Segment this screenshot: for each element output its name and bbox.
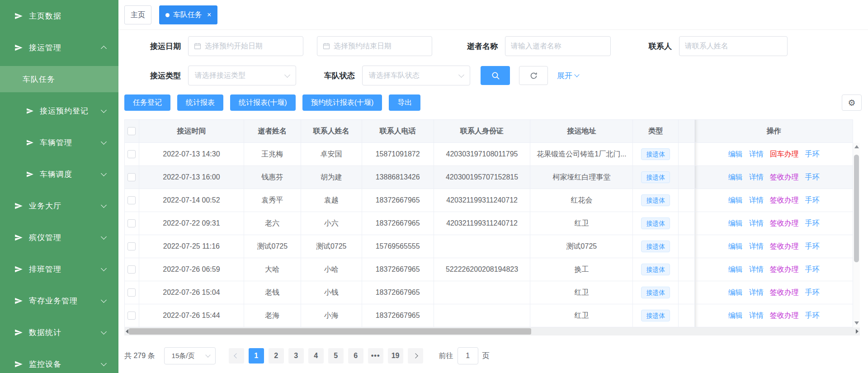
date-end-field[interactable] <box>334 42 426 50</box>
select-all-checkbox[interactable] <box>127 127 136 135</box>
row-checkbox[interactable] <box>127 288 136 297</box>
page-button-6[interactable]: 6 <box>348 348 363 364</box>
action-wristband-link[interactable]: 手环 <box>805 219 820 228</box>
sidebar-item-3[interactable]: 接运预约登记 <box>0 95 118 127</box>
action-edit-link[interactable]: 编辑 <box>728 288 743 297</box>
deceased-name-input[interactable] <box>505 36 611 56</box>
prev-page-button[interactable] <box>229 348 244 364</box>
date-start-input[interactable] <box>188 36 303 56</box>
vertical-scrollbar[interactable] <box>853 143 860 327</box>
row-checkbox[interactable] <box>127 265 136 274</box>
action-process-link[interactable]: 签收办理 <box>770 265 799 274</box>
contact-field[interactable] <box>685 42 782 50</box>
page-size-select[interactable]: 15条/页 <box>164 347 216 364</box>
pickup-type-select[interactable]: 请选择接运类型 <box>188 66 296 85</box>
action-wristband-link[interactable]: 手环 <box>805 242 820 251</box>
action-process-link[interactable]: 签收办理 <box>770 311 799 321</box>
action-detail-link[interactable]: 详情 <box>749 219 764 228</box>
action-wristband-link[interactable]: 手环 <box>805 173 820 182</box>
tab-1[interactable]: 车队任务× <box>159 5 217 24</box>
action-edit-link[interactable]: 编辑 <box>728 242 743 251</box>
page-button-19[interactable]: 19 <box>388 348 403 364</box>
sidebar-item-label: 车辆管理 <box>40 137 102 148</box>
action-detail-link[interactable]: 详情 <box>749 196 764 205</box>
sidebar-item-8[interactable]: 排班管理 <box>0 253 118 285</box>
sidebar-item-9[interactable]: 寄存业务管理 <box>0 285 118 316</box>
sidebar-item-6[interactable]: 业务大厅 <box>0 190 118 222</box>
settings-button[interactable]: ⚙ <box>842 94 862 111</box>
action-wristband-link[interactable]: 手环 <box>805 288 820 297</box>
sidebar-item-2[interactable]: 车队任务 <box>0 66 118 92</box>
action-process-link[interactable]: 签收办理 <box>770 196 799 205</box>
deceased-name-field[interactable] <box>511 42 605 50</box>
action-wristband-link[interactable]: 手环 <box>805 265 820 274</box>
page-button-3[interactable]: 3 <box>288 348 304 364</box>
action-edit-link[interactable]: 编辑 <box>728 311 743 321</box>
page-button-5[interactable]: 5 <box>328 348 344 364</box>
action-process-link[interactable]: 签收办理 <box>770 242 799 251</box>
action-detail-link[interactable]: 详情 <box>749 242 764 251</box>
action-detail-link[interactable]: 详情 <box>749 173 764 182</box>
page-ellipsis[interactable]: ••• <box>368 348 383 364</box>
toolbar-button-0[interactable]: 任务登记 <box>124 94 170 111</box>
sidebar-item-0[interactable]: 主页数据 <box>0 0 118 32</box>
action-wristband-link[interactable]: 手环 <box>805 196 820 205</box>
sidebar-item-11[interactable]: 监控设备 <box>0 348 118 373</box>
sidebar-item-1[interactable]: 接运管理 <box>0 32 118 63</box>
action-edit-link[interactable]: 编辑 <box>728 173 743 182</box>
filter-row-2: 接运类型 请选择接运类型 车队状态 请选择车队状态 <box>124 66 868 85</box>
action-process-link[interactable]: 签收办理 <box>770 219 799 228</box>
action-edit-link[interactable]: 编辑 <box>728 150 743 159</box>
cell-deceased: 老海 <box>244 304 301 327</box>
vertical-scrollbar-thumb[interactable] <box>854 155 859 262</box>
page-button-1[interactable]: 1 <box>249 348 264 364</box>
date-end-input[interactable] <box>317 36 432 56</box>
toolbar-button-2[interactable]: 统计报表(十堰) <box>230 94 296 111</box>
close-icon[interactable]: × <box>207 11 211 19</box>
page-button-4[interactable]: 4 <box>308 348 324 364</box>
row-checkbox[interactable] <box>127 219 136 227</box>
sidebar-item-10[interactable]: 数据统计 <box>0 316 118 348</box>
action-detail-link[interactable]: 详情 <box>749 311 764 321</box>
row-checkbox[interactable] <box>127 196 136 204</box>
action-detail-link[interactable]: 详情 <box>749 265 764 274</box>
goto-page-input[interactable] <box>458 347 478 364</box>
action-process-link[interactable]: 签收办理 <box>770 288 799 297</box>
refresh-button[interactable] <box>519 66 548 85</box>
row-checkbox[interactable] <box>127 150 136 158</box>
fleet-status-select[interactable]: 请选择车队状态 <box>362 66 470 85</box>
next-page-button[interactable] <box>408 348 423 364</box>
cell-id-card <box>434 235 531 258</box>
row-checkbox[interactable] <box>127 173 136 181</box>
action-wristband-link[interactable]: 手环 <box>805 311 820 321</box>
date-start-field[interactable] <box>205 42 297 50</box>
action-detail-link[interactable]: 详情 <box>749 288 764 297</box>
horizontal-scrollbar-thumb[interactable] <box>129 328 531 335</box>
action-edit-link[interactable]: 编辑 <box>728 265 743 274</box>
action-wristband-link[interactable]: 手环 <box>805 150 820 159</box>
scroll-up-arrow-icon[interactable] <box>854 145 859 148</box>
action-detail-link[interactable]: 详情 <box>749 150 764 159</box>
action-process-link[interactable]: 回车办理 <box>770 150 799 159</box>
scroll-right-arrow-icon[interactable] <box>856 329 859 334</box>
contact-input[interactable] <box>679 36 788 56</box>
action-edit-link[interactable]: 编辑 <box>728 219 743 228</box>
action-process-link[interactable]: 签收办理 <box>770 173 799 182</box>
page-button-2[interactable]: 2 <box>269 348 284 364</box>
toolbar-button-4[interactable]: 导出 <box>389 94 420 111</box>
cell-deceased: 袁秀平 <box>244 189 301 212</box>
horizontal-scrollbar[interactable] <box>124 327 860 335</box>
expand-toggle[interactable]: 展开 <box>557 71 579 81</box>
scroll-down-arrow-icon[interactable] <box>854 321 859 325</box>
scroll-left-arrow-icon[interactable] <box>126 329 128 334</box>
row-checkbox[interactable] <box>127 242 136 250</box>
sidebar-item-7[interactable]: 殡仪管理 <box>0 222 118 253</box>
toolbar-button-3[interactable]: 预约统计报表(十堰) <box>302 94 382 111</box>
toolbar-button-1[interactable]: 统计报表 <box>177 94 223 111</box>
sidebar-item-5[interactable]: 车辆调度 <box>0 158 118 190</box>
search-button[interactable] <box>481 66 510 85</box>
tab-0[interactable]: 主页 <box>124 5 151 24</box>
sidebar-item-4[interactable]: 车辆管理 <box>0 127 118 158</box>
row-checkbox[interactable] <box>127 312 136 320</box>
action-edit-link[interactable]: 编辑 <box>728 196 743 205</box>
